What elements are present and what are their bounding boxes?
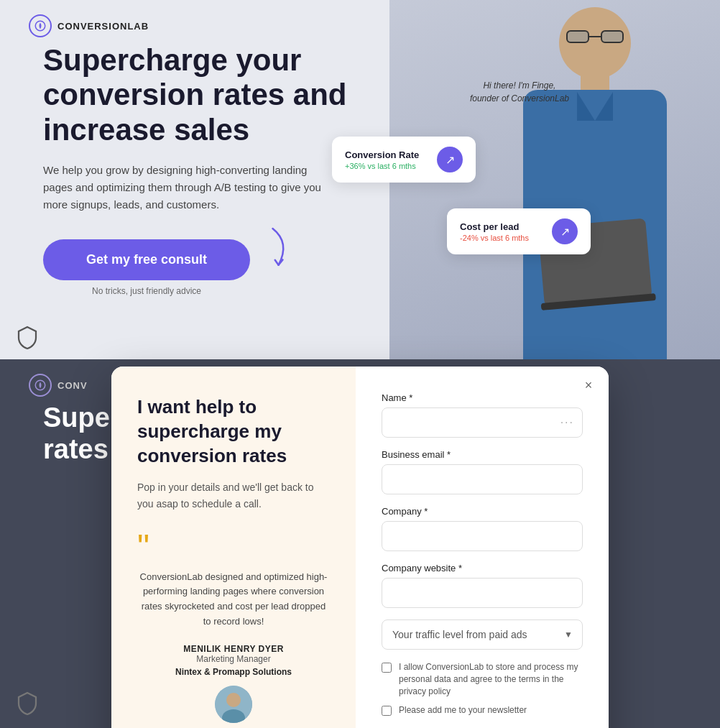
company-group: Company *	[382, 506, 583, 551]
name-group: Name * ···	[382, 392, 583, 438]
newsletter-row: Please add me to your newsletter	[382, 704, 583, 717]
modal-overlay: I want help to supercharge my conversion…	[111, 367, 609, 728]
email-group: Business email *	[382, 449, 583, 494]
hero-title: Supercharge your conversion rates and in…	[43, 43, 402, 147]
modal-title: I want help to supercharge my conversion…	[137, 395, 330, 468]
hero-subtitle: We help you grow by designing high-conve…	[43, 162, 331, 213]
author-company: Nintex & Promapp Solutions	[137, 667, 330, 677]
traffic-select-wrapper: Your traffic level from paid ads Less th…	[382, 619, 583, 650]
modal-description: Pop in your details and we'll get back t…	[137, 479, 330, 512]
bottom-hero-title: Superates	[43, 402, 110, 465]
name-label: Name *	[382, 392, 583, 403]
conversion-label: Conversion Rate	[345, 149, 428, 160]
quote-mark: "	[137, 533, 330, 561]
consent-group: I allow ConversionLab to store and proce…	[382, 661, 583, 717]
traffic-group: Your traffic level from paid ads Less th…	[382, 619, 583, 650]
cost-per-lead-card: Cost per lead -24% vs last 6 mths ↗	[447, 208, 591, 254]
author-name: MENILIK HENRY DYER	[137, 644, 330, 654]
name-input-wrapper: ···	[382, 407, 583, 438]
newsletter-label: Please add me to your newsletter	[399, 704, 527, 717]
person-area: Hi there! I'm Finge, founder of Conversi…	[361, 0, 720, 359]
website-group: Company website *	[382, 563, 583, 608]
testimonial-text: ConversionLab designed and optimized hig…	[137, 570, 330, 630]
website-label: Company website *	[382, 563, 583, 573]
conversion-value: +36% vs last 6 mths	[345, 162, 428, 170]
logo-icon	[29, 14, 52, 37]
testimonial-author: MENILIK HENRY DYER Marketing Manager Nin…	[137, 644, 330, 723]
hero-section: CONVERSIONLAB Supercharge your conversio…	[0, 0, 720, 359]
shield-icon	[14, 325, 40, 351]
modal-left-panel: I want help to supercharge my conversion…	[111, 367, 356, 728]
traffic-select[interactable]: Your traffic level from paid ads Less th…	[382, 619, 583, 650]
email-input[interactable]	[382, 464, 583, 494]
name-dots: ···	[560, 416, 574, 429]
get-consult-button[interactable]: Get my free consult	[43, 239, 250, 280]
cost-icon: ↗	[552, 218, 578, 244]
arrow-decoration	[249, 219, 309, 288]
cta-area: Get my free consult No tricks, just frie…	[43, 239, 250, 296]
author-title: Marketing Manager	[137, 654, 330, 664]
conversion-icon: ↗	[437, 147, 463, 172]
bottom-shield-icon	[14, 691, 40, 719]
bottom-hero-content: Superates	[43, 402, 110, 465]
conversion-rate-card: Conversion Rate +36% vs last 6 mths ↗	[332, 137, 476, 183]
consent-checkbox[interactable]	[382, 663, 392, 673]
modal-right-panel: × Name * ··· Business email * Company * …	[356, 367, 609, 728]
author-avatar	[215, 686, 252, 723]
consent-row: I allow ConversionLab to store and proce…	[382, 661, 583, 697]
bottom-logo-text: CONV	[57, 380, 88, 391]
company-input[interactable]	[382, 521, 583, 551]
cta-subtext: No tricks, just friendly advice	[43, 286, 250, 296]
cost-label: Cost per lead	[460, 221, 543, 232]
website-input[interactable]	[382, 578, 583, 608]
cost-value: -24% vs last 6 mths	[460, 234, 543, 242]
name-input[interactable]	[382, 407, 583, 438]
cost-info: Cost per lead -24% vs last 6 mths	[460, 221, 543, 242]
email-label: Business email *	[382, 449, 583, 460]
conversion-info: Conversion Rate +36% vs last 6 mths	[345, 149, 428, 170]
consent-label: I allow ConversionLab to store and proce…	[399, 661, 583, 697]
logo-text: CONVERSIONLAB	[57, 21, 149, 32]
newsletter-checkbox[interactable]	[382, 706, 392, 716]
company-label: Company *	[382, 506, 583, 517]
modal-close-button[interactable]: ×	[580, 377, 597, 394]
svg-point-3	[226, 693, 241, 707]
greeting-bubble: Hi there! I'm Finge, founder of Conversi…	[470, 79, 569, 105]
bottom-logo-icon	[29, 374, 52, 397]
